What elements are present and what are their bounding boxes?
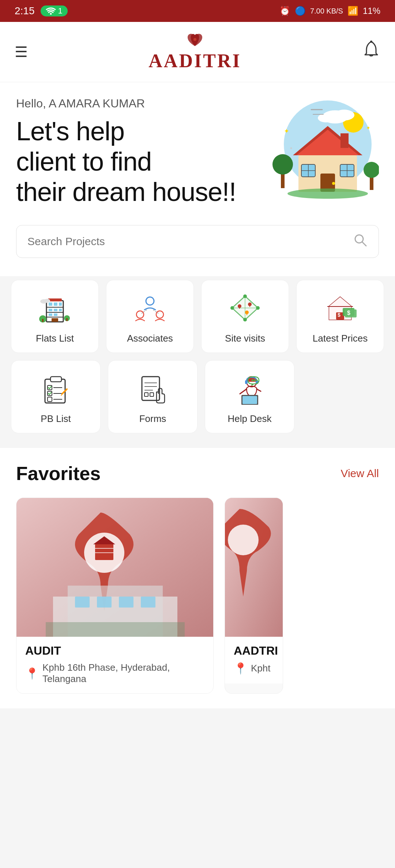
svg-rect-37 [54, 302, 57, 306]
logo-flower-icon [184, 32, 206, 50]
svg-point-67 [230, 306, 234, 310]
search-input[interactable] [27, 235, 353, 248]
svg-point-7 [318, 114, 334, 122]
svg-text:✦: ✦ [366, 125, 370, 131]
menu-card-flats-list[interactable]: Flats List [11, 280, 99, 353]
site-visits-label: Site visits [225, 333, 265, 344]
alarm-icon: ⏰ [279, 6, 290, 16]
svg-point-15 [332, 182, 335, 185]
svg-rect-77 [50, 377, 61, 382]
app-header: ☰ AADITRI [0, 22, 395, 82]
forms-icon [135, 373, 171, 406]
location-pin-icon-aaditri: 📍 [234, 662, 247, 675]
notification-icon[interactable] [362, 40, 380, 64]
svg-point-100 [253, 380, 255, 381]
svg-rect-73 [345, 309, 357, 317]
property-card-audit[interactable]: AUDIT 📍 Kphb 16th Phase, Hyderabad, Tela… [16, 498, 214, 694]
status-right: ⏰ 🔵 7.00 KB/S 📶 11% [279, 6, 380, 16]
latest-prices-label: Latest Prices [313, 333, 368, 344]
svg-point-26 [364, 162, 379, 178]
svg-rect-39 [49, 309, 52, 311]
svg-text:$: $ [338, 312, 341, 318]
property-address-aaditri: Kpht [251, 663, 271, 674]
svg-rect-13 [341, 133, 349, 148]
property-cards: AUDIT 📍 Kphb 16th Phase, Hyderabad, Tela… [16, 498, 379, 694]
svg-point-99 [251, 380, 253, 381]
speed-display: 7.00 KB/S [310, 7, 343, 15]
wifi-count: 1 [58, 6, 63, 16]
app-logo: AADITRI [148, 32, 241, 72]
svg-point-0 [50, 13, 52, 15]
flats-list-icon [37, 293, 73, 326]
status-left: 2:15 1 [15, 5, 68, 17]
associates-icon [132, 293, 168, 326]
svg-point-2 [370, 41, 372, 43]
svg-rect-44 [52, 318, 58, 322]
svg-point-1 [193, 38, 196, 41]
svg-rect-49 [66, 318, 68, 321]
property-card-img-audit [16, 498, 213, 637]
svg-rect-98 [242, 396, 257, 404]
property-card-img-aaditri [225, 498, 283, 637]
svg-rect-41 [59, 309, 62, 311]
svg-point-66 [243, 318, 247, 321]
latest-prices-icon: $ $ [322, 293, 358, 326]
wifi-badge: 1 [41, 5, 68, 16]
time-display: 2:15 [15, 5, 35, 17]
svg-point-6 [334, 110, 354, 121]
search-box[interactable] [16, 225, 379, 258]
view-all-link[interactable]: View All [341, 467, 379, 480]
svg-point-64 [243, 294, 247, 298]
svg-rect-43 [54, 313, 57, 316]
battery-display: 11% [363, 6, 380, 16]
svg-text:✦: ✦ [284, 127, 289, 135]
svg-rect-110 [75, 597, 90, 608]
search-container [0, 214, 395, 276]
site-visits-icon [227, 293, 263, 326]
location-pin-icon-audit: 📍 [25, 667, 39, 680]
hero-section: Hello, A AMARA KUMAR Let's helpclient to… [0, 82, 395, 214]
menu-card-pb-list[interactable]: PB List [11, 360, 101, 433]
favorites-header: Favorites View All [16, 462, 379, 484]
hero-headline: Let's helpclient to findtheir dream hous… [16, 116, 262, 207]
menu-card-latest-prices[interactable]: $ $ Latest Prices [296, 280, 384, 353]
menu-grid-section: Flats List Ass [0, 276, 395, 448]
help-desk-label: Help Desk [228, 413, 272, 425]
menu-icon[interactable]: ☰ [15, 45, 28, 59]
svg-point-65 [256, 306, 260, 310]
menu-card-forms[interactable]: Forms [108, 360, 198, 433]
svg-line-86 [61, 394, 62, 396]
favorites-title: Favorites [16, 462, 101, 484]
svg-point-116 [228, 525, 259, 555]
property-name-aaditri: AADTRI [234, 644, 274, 658]
menu-card-site-visits[interactable]: Site visits [201, 280, 289, 353]
favorites-section: Favorites View All [0, 448, 395, 708]
svg-rect-82 [48, 397, 52, 401]
svg-point-101 [256, 380, 257, 381]
svg-rect-95 [245, 380, 248, 384]
menu-card-help-desk[interactable]: Help Desk [205, 360, 294, 433]
flats-list-label: Flats List [36, 333, 74, 344]
svg-text:$: $ [347, 310, 350, 316]
property-name-audit: AUDIT [25, 644, 204, 658]
svg-rect-104 [95, 544, 113, 560]
svg-point-51 [44, 299, 50, 302]
svg-line-31 [362, 242, 366, 246]
svg-text:✦: ✦ [289, 146, 293, 151]
house-illustration: ✦ ✦ ✦ [262, 97, 379, 199]
search-icon[interactable] [353, 233, 368, 251]
menu-card-associates[interactable]: Associates [106, 280, 194, 353]
property-card-info-aaditri: AADTRI 📍 Kpht [225, 637, 283, 684]
pb-list-icon [38, 373, 74, 406]
menu-grid-row2: PB List [11, 360, 294, 433]
property-location-audit: 📍 Kphb 16th Phase, Hyderabad, Telangana [25, 662, 204, 685]
svg-point-52 [146, 297, 154, 305]
hero-text: Hello, A AMARA KUMAR Let's helpclient to… [16, 97, 262, 207]
svg-rect-114 [46, 622, 185, 637]
property-card-aaditri[interactable]: AADTRI 📍 Kpht [225, 498, 283, 694]
status-bar: 2:15 1 ⏰ 🔵 7.00 KB/S 📶 11% [0, 0, 395, 22]
forms-label: Forms [139, 413, 166, 425]
svg-rect-36 [49, 302, 52, 306]
greeting-text: Hello, A AMARA KUMAR [16, 97, 262, 110]
associates-label: Associates [127, 333, 173, 344]
